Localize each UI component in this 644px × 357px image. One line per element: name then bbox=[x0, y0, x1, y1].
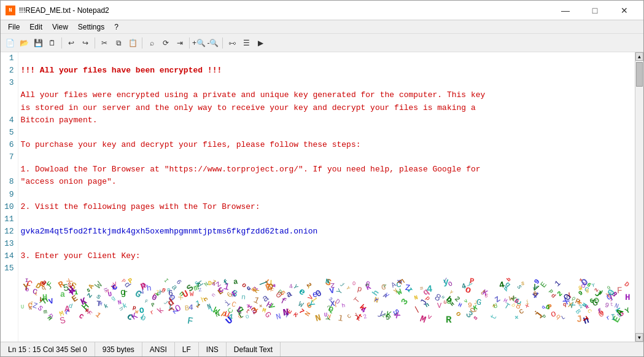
status-ins: INS bbox=[199, 342, 227, 356]
toolbar-sep-4 bbox=[189, 37, 190, 49]
action-button[interactable]: ▶ bbox=[254, 36, 267, 50]
menu-settings[interactable]: Settings bbox=[73, 22, 109, 33]
scroll-track[interactable] bbox=[635, 61, 643, 333]
status-encoding: ANSI bbox=[142, 342, 175, 356]
new-button[interactable]: 📄 bbox=[3, 36, 17, 50]
wrap-button[interactable]: ⧟ bbox=[225, 36, 239, 50]
toolbar-sep-3 bbox=[142, 37, 142, 49]
save-as-button[interactable]: 🗒 bbox=[45, 36, 59, 50]
encrypted-key-visual: QkqoW4K2EuhY89v/Q0JWyF4gcJL/3ZpBpkyY9D1L… bbox=[21, 275, 632, 324]
menu-edit[interactable]: Edit bbox=[25, 22, 47, 33]
minimize-button[interactable]: — bbox=[551, 1, 580, 20]
toolbar-sep-2 bbox=[95, 37, 95, 49]
scroll-down-arrow[interactable]: ▼ bbox=[635, 333, 643, 342]
scroll-thumb[interactable] bbox=[636, 62, 643, 87]
maximize-button[interactable]: □ bbox=[581, 1, 609, 20]
redo-button[interactable]: ↪ bbox=[79, 36, 92, 50]
main-window: N !!!READ_ME.txt - Notepad2 — □ ✕ File E… bbox=[0, 0, 644, 357]
menu-bar: File Edit View Settings ? bbox=[1, 20, 643, 34]
menu-file[interactable]: File bbox=[3, 22, 25, 33]
cut-button[interactable]: ✂ bbox=[98, 36, 111, 50]
line-numbers: 1 2 3 4 5 6 7 8 9 10 11 12 13 14 15 bbox=[1, 52, 18, 342]
toolbar: 📄 📂 💾 🗒 ↩ ↪ ✂ ⧉ 📋 ⌕ ⟳ ⇥ +🔍 -🔍 ⧟ ☰ ▶ bbox=[1, 34, 643, 52]
status-size: 935 bytes bbox=[95, 342, 142, 356]
title-bar: N !!!READ_ME.txt - Notepad2 — □ ✕ bbox=[1, 1, 643, 20]
replace-button[interactable]: ⟳ bbox=[159, 36, 173, 50]
zoom-out-button[interactable]: -🔍 bbox=[206, 36, 220, 50]
vertical-scrollbar: ▲ ▼ bbox=[635, 52, 643, 342]
status-scheme: Default Text bbox=[227, 342, 281, 356]
scroll-up-arrow[interactable]: ▲ bbox=[635, 52, 643, 61]
undo-button[interactable]: ↩ bbox=[64, 36, 78, 50]
goto-button[interactable]: ⇥ bbox=[173, 36, 187, 50]
status-position: Ln 15 : 15 Col 345 Sel 0 bbox=[6, 342, 95, 356]
editor-container: 1 2 3 4 5 6 7 8 9 10 11 12 13 14 15 !!! … bbox=[1, 52, 643, 342]
window-controls: — □ ✕ bbox=[551, 1, 638, 20]
paste-button[interactable]: 📋 bbox=[126, 36, 139, 50]
zoom-in-button[interactable]: +🔍 bbox=[192, 36, 206, 50]
save-file-button[interactable]: 💾 bbox=[31, 36, 45, 50]
toolbar-sep-1 bbox=[61, 37, 62, 49]
find-button[interactable]: ⌕ bbox=[145, 36, 158, 50]
close-button[interactable]: ✕ bbox=[610, 1, 638, 20]
view-button[interactable]: ☰ bbox=[239, 36, 253, 50]
menu-view[interactable]: View bbox=[47, 22, 73, 33]
open-button[interactable]: 📂 bbox=[17, 36, 31, 50]
toolbar-sep-5 bbox=[222, 37, 223, 49]
window-title: !!!READ_ME.txt - Notepad2 bbox=[19, 6, 551, 15]
app-icon: N bbox=[6, 6, 15, 15]
editor-text[interactable]: !!! All your files have been encrypted !… bbox=[18, 52, 635, 342]
menu-help[interactable]: ? bbox=[109, 22, 123, 33]
status-bar: Ln 15 : 15 Col 345 Sel 0 935 bytes ANSI … bbox=[1, 342, 643, 356]
status-eol: LF bbox=[175, 342, 199, 356]
copy-button[interactable]: ⧉ bbox=[112, 36, 125, 50]
